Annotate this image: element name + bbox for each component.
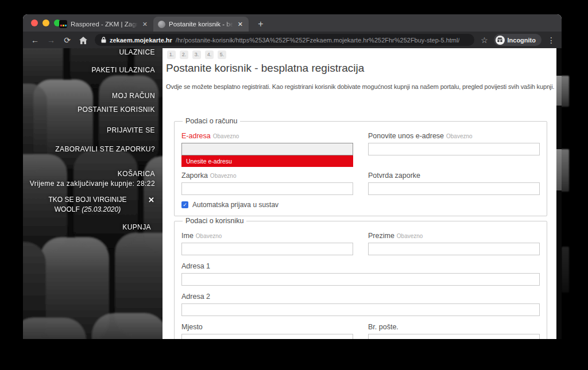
sidebar-item-ulaznice[interactable]: ULAZNICE: [119, 48, 155, 56]
tab-strip: Raspored - ZKM | Zagrebačko ✕ Postanite …: [23, 14, 562, 32]
cart-remove-icon[interactable]: ✕: [148, 196, 154, 204]
bookmark-star-icon[interactable]: ☆: [479, 36, 490, 45]
password-confirm-field[interactable]: [368, 182, 540, 195]
required-label: Obavezno: [196, 233, 222, 239]
autologin-checkbox[interactable]: ✓: [181, 201, 188, 208]
email-error-message: Unesite e-adresu: [181, 155, 353, 167]
home-icon[interactable]: [76, 33, 90, 47]
incognito-icon: [496, 36, 505, 45]
tab-title: Postanite korisnik - besplatna r: [169, 21, 233, 28]
cart-item-date: (25.03.2020): [82, 205, 121, 213]
sidebar-item-postanite-korisnik[interactable]: POSTANITE KORISNIK: [78, 106, 155, 114]
sidebar: ULAZNICE PAKETI ULAZNICA MOJ RAČUN POSTA…: [23, 48, 163, 339]
cart-item-title-line1: TKO SE BOJI VIRGINIJE: [48, 196, 126, 204]
sidebar-item-prijavite-se[interactable]: PRIJAVITE SE: [107, 126, 155, 134]
address2-field[interactable]: [181, 303, 540, 316]
page-viewport: ULAZNICE PAKETI ULAZNICA MOJ RAČUN POSTA…: [23, 48, 562, 339]
page-title: Postanite korisnik - besplatna registrac…: [166, 62, 364, 75]
postal-code-field[interactable]: [368, 334, 540, 339]
globe-favicon-icon: [158, 21, 165, 28]
address2-label: Adresa 2: [181, 293, 540, 301]
cart-timer: Vrijeme za zaključivanje kupnje: 28:22: [30, 180, 155, 188]
required-label: Obavezno: [446, 133, 473, 139]
last-name-label: PrezimeObavezno: [368, 232, 540, 240]
password-confirm-label: Potvrda zaporke: [368, 172, 540, 180]
reload-icon[interactable]: ⟳: [60, 33, 74, 47]
user-section: Podaci o korisniku ImeObavezno PrezimeOb…: [174, 217, 547, 339]
autologin-label: Automatska prijava u sustav: [192, 201, 278, 209]
sidebar-item-kupnja[interactable]: KUPNJA: [122, 223, 151, 231]
sidebar-item-kosarica[interactable]: KOŠARICA: [118, 170, 155, 178]
postal-code-label: Br. pošte.: [368, 323, 540, 331]
sidebar-item-zaboravili-zaporku[interactable]: ZABORAVILI STE ZAPORKU?: [55, 145, 155, 153]
address1-field[interactable]: [181, 273, 540, 286]
email-repeat-field[interactable]: [368, 143, 540, 155]
desktop-texture: [560, 76, 569, 107]
browser-toolbar: ← → ⟳ zekaem.mojekarte.hr /hr/postanite-…: [23, 32, 562, 48]
step-indicator: 1. 2. 3. 4. 5.: [167, 50, 226, 59]
sidebar-item-moj-racun[interactable]: MOJ RAČUN: [112, 92, 155, 100]
url-path: /hr/postanite-korisnik/https%253A%252F%2…: [176, 37, 460, 44]
forward-icon[interactable]: →: [44, 33, 58, 47]
first-name-field[interactable]: [181, 243, 353, 255]
tab-raspored[interactable]: Raspored - ZKM | Zagrebačko ✕: [55, 17, 153, 32]
browser-menu-icon[interactable]: ⋮: [546, 36, 556, 45]
first-name-label: ImeObavezno: [181, 232, 353, 240]
close-window-button[interactable]: [31, 20, 38, 26]
required-label: Obavezno: [210, 173, 237, 179]
city-label: Mjesto: [181, 323, 353, 331]
step-2: 2.: [180, 50, 188, 59]
address-bar[interactable]: zekaem.mojekarte.hr /hr/postanite-korisn…: [95, 34, 474, 46]
user-section-legend: Podaci o korisniku: [183, 217, 246, 225]
desktop-texture: [562, 247, 569, 293]
browser-window: Raspored - ZKM | Zagrebačko ✕ Postanite …: [23, 14, 562, 339]
address1-label: Adresa 1: [181, 262, 540, 270]
email-field[interactable]: [181, 143, 353, 155]
minimize-window-button[interactable]: [42, 20, 49, 26]
incognito-badge: Incognito: [494, 34, 542, 46]
step-5: 5.: [218, 50, 226, 59]
main-content: 1. 2. 3. 4. 5. Postanite korisnik - besp…: [163, 48, 556, 339]
account-section-legend: Podaci o računu: [183, 117, 240, 125]
desktop-texture: [560, 149, 569, 192]
intro-text: Ovdje se možete besplatno registrirati. …: [166, 83, 554, 90]
email-repeat-label: Ponovite unos e-adreseObavezno: [368, 132, 540, 140]
sidebar-item-paketi[interactable]: PAKETI ULAZNICA: [92, 66, 155, 74]
step-3: 3.: [192, 50, 201, 59]
required-label: Obavezno: [213, 133, 239, 139]
step-4: 4.: [205, 50, 214, 59]
email-label: E-adresaObavezno: [181, 132, 353, 140]
zkm-favicon-icon: [59, 20, 67, 28]
url-domain: zekaem.mojekarte.hr: [110, 37, 172, 44]
page-background-sliver: [556, 48, 562, 339]
new-tab-button[interactable]: +: [254, 18, 268, 30]
close-tab-icon[interactable]: ✕: [237, 21, 244, 28]
account-section: Podaci o računu E-adresaObavezno Unesite…: [174, 117, 547, 216]
required-label: Obavezno: [397, 233, 423, 239]
password-label: ZaporkaObavezno: [181, 172, 353, 180]
last-name-field[interactable]: [368, 243, 540, 255]
tab-title: Raspored - ZKM | Zagrebačko: [71, 21, 138, 28]
close-tab-icon[interactable]: ✕: [141, 21, 149, 28]
cart-item-title-line2: WOOLF: [55, 205, 82, 213]
cart-item: TKO SE BOJI VIRGINIJE WOOLF (25.03.2020): [33, 195, 142, 215]
password-field[interactable]: [181, 182, 353, 195]
incognito-label: Incognito: [508, 37, 536, 44]
tab-postanite-korisnik-active[interactable]: Postanite korisnik - besplatna r ✕: [153, 17, 249, 32]
back-icon[interactable]: ←: [28, 33, 42, 47]
lock-icon: [101, 37, 106, 43]
city-field[interactable]: [181, 334, 353, 339]
step-1: 1.: [167, 50, 176, 59]
